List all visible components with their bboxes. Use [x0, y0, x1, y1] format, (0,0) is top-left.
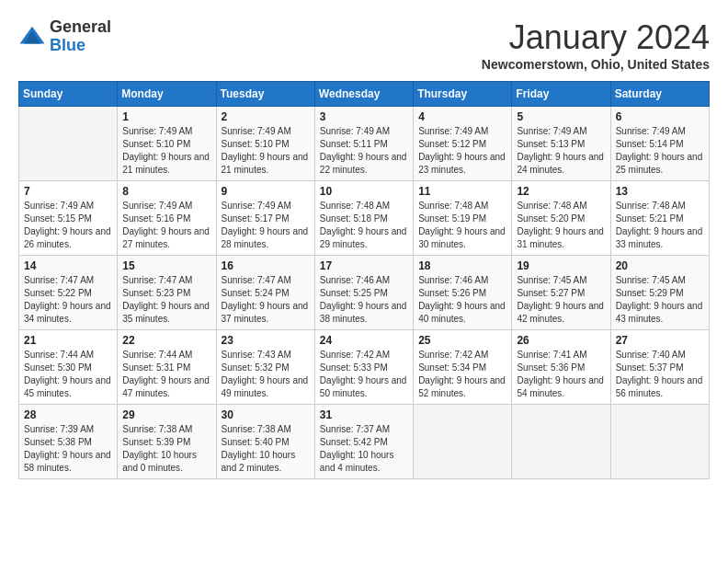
column-header-monday: Monday	[118, 82, 216, 107]
day-number: 14	[24, 259, 112, 272]
calendar-cell: 13Sunrise: 7:48 AMSunset: 5:21 PMDayligh…	[610, 181, 709, 256]
calendar-cell	[512, 405, 610, 479]
cell-info: Sunrise: 7:49 AMSunset: 5:12 PMDaylight:…	[418, 125, 506, 177]
logo: General Blue	[18, 18, 111, 55]
calendar-cell: 19Sunrise: 7:45 AMSunset: 5:27 PMDayligh…	[512, 256, 610, 330]
calendar-cell: 31Sunrise: 7:37 AMSunset: 5:42 PMDayligh…	[314, 405, 413, 479]
month-title: January 2024	[482, 18, 710, 57]
logo-text: General Blue	[50, 18, 111, 55]
calendar-cell: 24Sunrise: 7:42 AMSunset: 5:33 PMDayligh…	[314, 330, 413, 405]
day-number: 13	[616, 185, 704, 198]
calendar-cell: 4Sunrise: 7:49 AMSunset: 5:12 PMDaylight…	[414, 107, 512, 181]
cell-info: Sunrise: 7:49 AMSunset: 5:17 PMDaylight:…	[222, 200, 310, 251]
day-number: 27	[616, 334, 704, 347]
calendar-cell: 20Sunrise: 7:45 AMSunset: 5:29 PMDayligh…	[610, 256, 709, 330]
cell-info: Sunrise: 7:40 AMSunset: 5:37 PMDaylight:…	[616, 349, 704, 400]
cell-info: Sunrise: 7:47 AMSunset: 5:22 PMDaylight:…	[24, 274, 112, 326]
logo-blue: Blue	[50, 37, 111, 55]
calendar-cell: 22Sunrise: 7:44 AMSunset: 5:31 PMDayligh…	[118, 330, 216, 405]
calendar-cell: 14Sunrise: 7:47 AMSunset: 5:22 PMDayligh…	[19, 256, 118, 330]
calendar-cell: 28Sunrise: 7:39 AMSunset: 5:38 PMDayligh…	[19, 405, 118, 479]
column-header-thursday: Thursday	[414, 82, 512, 107]
day-number: 19	[517, 259, 605, 272]
day-number: 5	[517, 110, 605, 123]
calendar-table: SundayMondayTuesdayWednesdayThursdayFrid…	[18, 81, 710, 479]
calendar-week-row: 28Sunrise: 7:39 AMSunset: 5:38 PMDayligh…	[19, 405, 710, 479]
calendar-cell: 8Sunrise: 7:49 AMSunset: 5:16 PMDaylight…	[118, 181, 216, 256]
calendar-week-row: 1Sunrise: 7:49 AMSunset: 5:10 PMDaylight…	[19, 107, 710, 181]
calendar-cell: 7Sunrise: 7:49 AMSunset: 5:15 PMDaylight…	[19, 181, 118, 256]
calendar-cell: 5Sunrise: 7:49 AMSunset: 5:13 PMDaylight…	[512, 107, 610, 181]
calendar-week-row: 21Sunrise: 7:44 AMSunset: 5:30 PMDayligh…	[19, 330, 710, 405]
day-number: 2	[222, 110, 310, 123]
day-number: 9	[222, 185, 310, 198]
calendar-cell: 11Sunrise: 7:48 AMSunset: 5:19 PMDayligh…	[414, 181, 512, 256]
calendar-week-row: 14Sunrise: 7:47 AMSunset: 5:22 PMDayligh…	[19, 256, 710, 330]
day-number: 25	[418, 334, 506, 347]
cell-info: Sunrise: 7:45 AMSunset: 5:29 PMDaylight:…	[616, 274, 704, 326]
calendar-cell: 1Sunrise: 7:49 AMSunset: 5:10 PMDaylight…	[118, 107, 216, 181]
calendar-cell	[610, 405, 709, 479]
cell-info: Sunrise: 7:49 AMSunset: 5:15 PMDaylight:…	[24, 200, 112, 251]
day-number: 24	[320, 334, 408, 347]
cell-info: Sunrise: 7:44 AMSunset: 5:31 PMDaylight:…	[122, 349, 210, 400]
cell-info: Sunrise: 7:39 AMSunset: 5:38 PMDaylight:…	[24, 423, 112, 475]
cell-info: Sunrise: 7:49 AMSunset: 5:16 PMDaylight:…	[122, 200, 210, 251]
cell-info: Sunrise: 7:43 AMSunset: 5:32 PMDaylight:…	[222, 349, 310, 400]
calendar-week-row: 7Sunrise: 7:49 AMSunset: 5:15 PMDaylight…	[19, 181, 710, 256]
day-number: 15	[122, 259, 210, 272]
calendar-header-row: SundayMondayTuesdayWednesdayThursdayFrid…	[19, 82, 710, 107]
day-number: 30	[222, 408, 310, 421]
calendar-cell: 17Sunrise: 7:46 AMSunset: 5:25 PMDayligh…	[314, 256, 413, 330]
calendar-cell: 9Sunrise: 7:49 AMSunset: 5:17 PMDaylight…	[216, 181, 314, 256]
day-number: 16	[222, 259, 310, 272]
calendar-cell	[19, 107, 118, 181]
calendar-cell: 30Sunrise: 7:38 AMSunset: 5:40 PMDayligh…	[216, 405, 314, 479]
calendar-cell: 27Sunrise: 7:40 AMSunset: 5:37 PMDayligh…	[610, 330, 709, 405]
day-number: 23	[222, 334, 310, 347]
calendar-cell: 18Sunrise: 7:46 AMSunset: 5:26 PMDayligh…	[414, 256, 512, 330]
calendar-cell: 26Sunrise: 7:41 AMSunset: 5:36 PMDayligh…	[512, 330, 610, 405]
day-number: 22	[122, 334, 210, 347]
column-header-sunday: Sunday	[19, 82, 118, 107]
calendar-cell: 10Sunrise: 7:48 AMSunset: 5:18 PMDayligh…	[314, 181, 413, 256]
day-number: 20	[616, 259, 704, 272]
page-header: General Blue January 2024 Newcomerstown,…	[18, 18, 710, 72]
calendar-cell: 3Sunrise: 7:49 AMSunset: 5:11 PMDaylight…	[314, 107, 413, 181]
cell-info: Sunrise: 7:46 AMSunset: 5:25 PMDaylight:…	[320, 274, 408, 326]
calendar-cell: 21Sunrise: 7:44 AMSunset: 5:30 PMDayligh…	[19, 330, 118, 405]
calendar-cell: 6Sunrise: 7:49 AMSunset: 5:14 PMDaylight…	[610, 107, 709, 181]
day-number: 10	[320, 185, 408, 198]
location: Newcomerstown, Ohio, United States	[482, 57, 710, 72]
column-header-friday: Friday	[512, 82, 610, 107]
cell-info: Sunrise: 7:41 AMSunset: 5:36 PMDaylight:…	[517, 349, 605, 400]
calendar-cell: 16Sunrise: 7:47 AMSunset: 5:24 PMDayligh…	[216, 256, 314, 330]
calendar-cell: 12Sunrise: 7:48 AMSunset: 5:20 PMDayligh…	[512, 181, 610, 256]
day-number: 26	[517, 334, 605, 347]
cell-info: Sunrise: 7:48 AMSunset: 5:19 PMDaylight:…	[418, 200, 506, 251]
day-number: 21	[24, 334, 112, 347]
title-block: January 2024 Newcomerstown, Ohio, United…	[482, 18, 710, 72]
cell-info: Sunrise: 7:37 AMSunset: 5:42 PMDaylight:…	[320, 423, 408, 475]
logo-icon	[18, 23, 46, 51]
cell-info: Sunrise: 7:47 AMSunset: 5:24 PMDaylight:…	[222, 274, 310, 326]
day-number: 4	[418, 110, 506, 123]
cell-info: Sunrise: 7:49 AMSunset: 5:10 PMDaylight:…	[122, 125, 210, 177]
day-number: 6	[616, 110, 704, 123]
calendar-cell: 15Sunrise: 7:47 AMSunset: 5:23 PMDayligh…	[118, 256, 216, 330]
cell-info: Sunrise: 7:48 AMSunset: 5:20 PMDaylight:…	[517, 200, 605, 251]
cell-info: Sunrise: 7:49 AMSunset: 5:13 PMDaylight:…	[517, 125, 605, 177]
column-header-saturday: Saturday	[610, 82, 709, 107]
column-header-wednesday: Wednesday	[314, 82, 413, 107]
day-number: 8	[122, 185, 210, 198]
day-number: 7	[24, 185, 112, 198]
cell-info: Sunrise: 7:49 AMSunset: 5:11 PMDaylight:…	[320, 125, 408, 177]
cell-info: Sunrise: 7:47 AMSunset: 5:23 PMDaylight:…	[122, 274, 210, 326]
cell-info: Sunrise: 7:48 AMSunset: 5:21 PMDaylight:…	[616, 200, 704, 251]
cell-info: Sunrise: 7:38 AMSunset: 5:40 PMDaylight:…	[222, 423, 310, 475]
cell-info: Sunrise: 7:44 AMSunset: 5:30 PMDaylight:…	[24, 349, 112, 400]
cell-info: Sunrise: 7:46 AMSunset: 5:26 PMDaylight:…	[418, 274, 506, 326]
logo-general: General	[50, 18, 111, 37]
calendar-cell: 2Sunrise: 7:49 AMSunset: 5:10 PMDaylight…	[216, 107, 314, 181]
day-number: 18	[418, 259, 506, 272]
